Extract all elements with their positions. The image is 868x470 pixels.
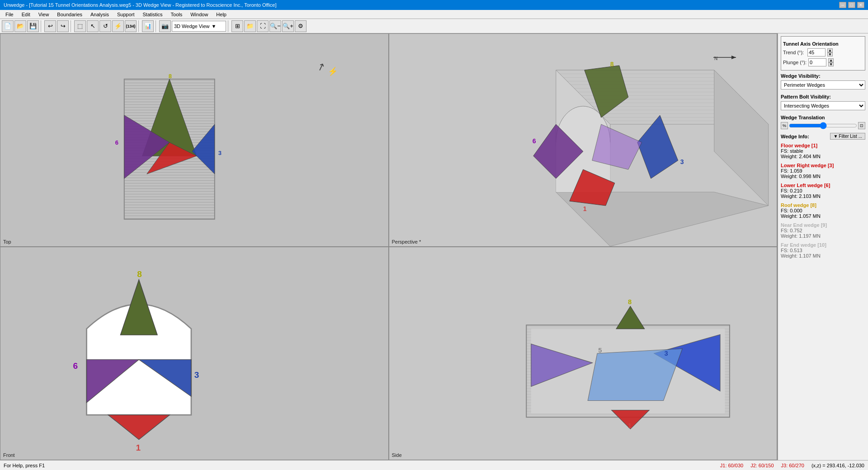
settings-button[interactable]: ⚙ bbox=[295, 20, 307, 32]
menu-analysis[interactable]: Analysis bbox=[87, 11, 113, 18]
label-8-top: 8 bbox=[169, 73, 172, 80]
maximize-button[interactable]: □ bbox=[848, 2, 855, 8]
select-button[interactable]: ⬚ bbox=[74, 20, 86, 32]
bolt-button[interactable]: ⚡ bbox=[112, 20, 124, 32]
toolbar-separator-2 bbox=[71, 20, 72, 32]
zoom-in-button[interactable]: 🔍+ bbox=[282, 20, 294, 32]
wedge-near-end-fs: FS: 0.752 bbox=[781, 228, 865, 233]
filter-icon: ▼ bbox=[833, 134, 838, 139]
label-3-persp: 3 bbox=[680, 158, 684, 165]
viewport-top-label: Top bbox=[3, 239, 11, 244]
menu-statistics[interactable]: Statistics bbox=[139, 11, 166, 18]
toolbar-separator-1 bbox=[41, 20, 42, 32]
viewport-perspective[interactable]: 8 6 3 1 N Perspective * bbox=[389, 33, 778, 247]
svg-marker-9 bbox=[714, 70, 768, 206]
rotate-button[interactable]: ↺ bbox=[99, 20, 111, 32]
help-text: For Help, press F1 bbox=[4, 463, 45, 468]
wedge-visibility-dropdown[interactable]: Perimeter Wedges bbox=[781, 80, 865, 89]
tunnel-axis-panel: Tunnel Axis Orientation Trend (°): ▲ ▼ P… bbox=[781, 36, 865, 70]
table-button[interactable]: 📊 bbox=[142, 20, 154, 32]
coords-label: (x,z) = 293.416, -12.030 bbox=[811, 463, 864, 468]
pointer-button[interactable]: ↖ bbox=[87, 20, 99, 32]
wedge-translation-slider[interactable] bbox=[789, 122, 857, 129]
lightning-icon: ⚡ bbox=[328, 66, 338, 76]
menu-boundaries[interactable]: Boundaries bbox=[53, 11, 86, 18]
filter-list-button[interactable]: ▼ Filter List ... bbox=[830, 133, 865, 140]
menu-help[interactable]: Help bbox=[212, 11, 230, 18]
status-coords-section: J1: 60/030 J2: 60/150 J3: 60/270 (x,z) =… bbox=[720, 463, 864, 468]
view-dropdown[interactable]: 3D Wedge View ▼ bbox=[172, 21, 226, 32]
zoom-out-button[interactable]: 🔍− bbox=[269, 20, 281, 32]
wedge-floor-weight: Weight: 2.404 MN bbox=[781, 154, 865, 159]
menu-view[interactable]: View bbox=[35, 11, 53, 18]
toolbar-separator-5 bbox=[228, 20, 230, 32]
file2-button[interactable]: 📁 bbox=[244, 20, 256, 32]
slider-left-btn[interactable]: % bbox=[781, 122, 788, 129]
new-button[interactable]: 📄 bbox=[2, 20, 14, 32]
toolbar-separator-4 bbox=[156, 20, 157, 32]
menu-window[interactable]: Window bbox=[187, 11, 212, 18]
viewport-top[interactable]: 8 6 3 Top ↗ ⚡ bbox=[0, 33, 389, 247]
camera-button[interactable]: 📷 bbox=[159, 20, 171, 32]
open-button[interactable]: 📂 bbox=[14, 20, 26, 32]
title-bar: Unwedge - [Tutorial 15 Tunnel Orientatio… bbox=[0, 0, 868, 10]
trend-down[interactable]: ▼ bbox=[827, 52, 833, 56]
view-dropdown-label: 3D Wedge View bbox=[174, 24, 209, 29]
wedge-roof-fs: FS: 0.000 bbox=[781, 208, 865, 213]
trend-row: Trend (°): ▲ ▼ bbox=[783, 48, 863, 56]
label-6-persp: 6 bbox=[532, 137, 536, 145]
wedge-near-end-weight: Weight: 1.197 MN bbox=[781, 233, 865, 239]
wedge-roof-name: Roof wedge [8] bbox=[781, 202, 865, 208]
slider-right-btn[interactable]: ⊡ bbox=[858, 122, 865, 129]
undo-button[interactable]: ↩ bbox=[44, 20, 56, 32]
wedge-lower-right-fs: FS: 1.059 bbox=[781, 168, 865, 174]
wedge-entry-floor[interactable]: Floor wedge [1] FS: stable Weight: 2.404… bbox=[781, 143, 865, 159]
viewport-side[interactable]: 8 5 3 1 Side bbox=[389, 247, 778, 460]
viewport-front-label: Front bbox=[3, 452, 15, 458]
layout-button[interactable]: ⊞ bbox=[231, 20, 243, 32]
plunge-label: Plunge (°): bbox=[783, 60, 807, 65]
count-button[interactable]: (134) bbox=[125, 20, 137, 32]
pattern-bolt-dropdown[interactable]: Intersecting Wedges bbox=[781, 101, 865, 110]
wedge-info-label: Wedge Info: bbox=[781, 134, 809, 139]
j2-label: J2: 60/150 bbox=[750, 463, 774, 468]
trend-input[interactable] bbox=[807, 48, 826, 56]
right-panel: Tunnel Axis Orientation Trend (°): ▲ ▼ P… bbox=[778, 33, 868, 460]
viewport-front[interactable]: 8 6 3 1 Front bbox=[0, 247, 389, 460]
trend-label: Trend (°): bbox=[783, 50, 806, 55]
window-controls: ─ □ ✕ bbox=[839, 2, 864, 8]
svg-text:1: 1 bbox=[628, 422, 632, 429]
redo-button[interactable]: ↪ bbox=[57, 20, 69, 32]
plunge-input[interactable] bbox=[808, 58, 826, 66]
menu-file[interactable]: File bbox=[2, 11, 17, 18]
menu-tools[interactable]: Tools bbox=[167, 11, 186, 18]
svg-marker-34 bbox=[616, 306, 644, 329]
label-8-persp: 8 bbox=[610, 61, 613, 68]
menu-support[interactable]: Support bbox=[113, 11, 138, 18]
wedge-entry-near-end[interactable]: Near End wedge [9] FS: 0.752 Weight: 1.1… bbox=[781, 222, 865, 239]
plunge-down[interactable]: ▼ bbox=[828, 62, 834, 66]
filter-list-label: Filter List ... bbox=[839, 134, 862, 139]
save-button[interactable]: 💾 bbox=[27, 20, 39, 32]
svg-marker-16 bbox=[637, 115, 678, 179]
minimize-button[interactable]: ─ bbox=[839, 2, 846, 8]
wedge-visibility-section: Wedge Visibility: Perimeter Wedges bbox=[781, 73, 865, 91]
trend-up[interactable]: ▲ bbox=[827, 48, 833, 52]
wedge-entry-roof[interactable]: Roof wedge [8] FS: 0.000 Weight: 1.057 M… bbox=[781, 202, 865, 219]
menu-edit[interactable]: Edit bbox=[18, 11, 34, 18]
wedge-entry-lower-left[interactable]: Lower Left wedge [6] FS: 0.210 Weight: 2… bbox=[781, 183, 865, 199]
svg-text:3: 3 bbox=[194, 370, 199, 380]
pattern-bolt-section: Pattern Bolt Visiblity: Intersecting Wed… bbox=[781, 94, 865, 112]
fullscreen-button[interactable]: ⛶ bbox=[257, 20, 269, 32]
wedge-entry-lower-right[interactable]: Lower Right wedge [3] FS: 1.059 Weight: … bbox=[781, 163, 865, 179]
wedge-lower-right-name: Lower Right wedge [3] bbox=[781, 163, 865, 168]
wedge-visibility-label: Wedge Visibility: bbox=[781, 73, 865, 79]
top-view-svg: 8 6 3 bbox=[0, 34, 388, 246]
viewport-perspective-label: Perspective * bbox=[392, 239, 421, 244]
wedge-floor-fs: FS: stable bbox=[781, 148, 865, 154]
close-button[interactable]: ✕ bbox=[857, 2, 864, 8]
wedge-entry-far-end[interactable]: Far End wedge [10] FS: 0.513 Weight: 1.1… bbox=[781, 242, 865, 258]
plunge-up[interactable]: ▲ bbox=[828, 58, 834, 62]
label-6-top: 6 bbox=[115, 139, 118, 146]
toolbar: 📄 📂 💾 ↩ ↪ ⬚ ↖ ↺ ⚡ (134) 📊 📷 3D Wedge Vie… bbox=[0, 19, 868, 33]
